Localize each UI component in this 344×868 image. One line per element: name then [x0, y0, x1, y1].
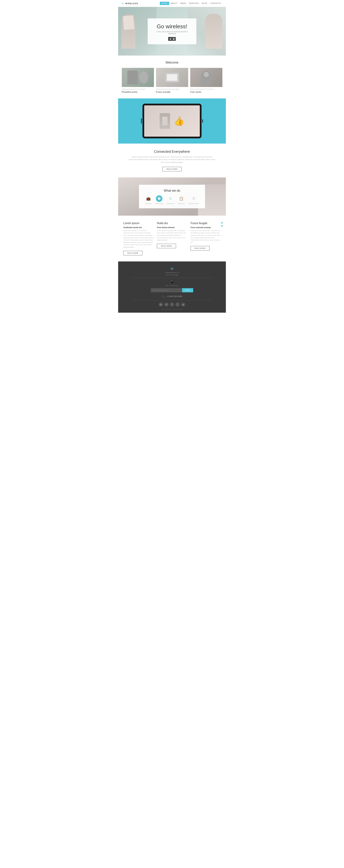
footer-email-section: ✉ contact@wireless.com Send us a message	[122, 267, 222, 276]
col2-text: Fusce euismod consequat ante. Lorem ipsu…	[157, 229, 187, 241]
card-meta-2: Nullam iaculis lacinia est. Proin dictum	[156, 88, 188, 90]
footer-phone-display: 📞 +1 800 559 6580	[122, 295, 222, 298]
tablet-button-right	[202, 119, 203, 123]
col1-read-more-button[interactable]: READ MORE	[123, 251, 142, 255]
tablet-frame: 👍	[142, 104, 202, 138]
welcome-card-1: Nullam iaculis lacinia est. Proin dictum…	[122, 68, 154, 93]
connected-text: Nullam iaculis lacinia est. Proin dictum…	[128, 156, 216, 164]
card-name-2: Fusce suscipit	[156, 91, 188, 93]
nav-services[interactable]: SERVICES	[188, 2, 200, 5]
col3-read-more-button[interactable]: READ MORE	[191, 246, 210, 250]
service-label-1: Nulla facilisi	[145, 203, 152, 204]
service-icon-clipboard: 📋	[178, 195, 185, 202]
col-fusce-feugiat: Fusce feugiat Fusce euismod consequ Maur…	[191, 222, 221, 255]
social-facebook[interactable]: f	[175, 302, 180, 307]
col1-subtitle: Vestibulum iaculis laci	[123, 226, 153, 228]
card-image-3	[190, 68, 222, 87]
welcome-title: Welcome	[122, 61, 222, 64]
card-image-2	[156, 68, 188, 87]
social-cloud[interactable]: ☁	[181, 302, 185, 307]
card-meta-1: Nullam iaculis lacinia est. Proin dictum	[122, 88, 154, 90]
col2-title: Nulla dui	[157, 222, 187, 225]
main-nav: HOME ABOUT NEWS SERVICES BLOG CONTACTS	[160, 2, 222, 5]
col1-title: Lorem ipsum	[123, 222, 153, 225]
what-we-do-card: What we do 💼 Nulla facilisi 🕐 Aenean iac…	[139, 185, 205, 208]
nav-news[interactable]: NEWS	[179, 2, 188, 5]
connected-read-more-button[interactable]: READ MORE	[163, 167, 181, 172]
footer-email-label: contact@wireless.com	[122, 272, 222, 273]
nav-home[interactable]: HOME	[160, 2, 169, 5]
nav-about[interactable]: ABOUT	[169, 2, 179, 5]
footer-email-sub: Send us a message	[122, 274, 222, 276]
nav-blog[interactable]: BLOG	[200, 2, 209, 5]
footer-phone-icon: 📱	[122, 280, 222, 284]
hero-prev-button[interactable]: ◀	[168, 37, 172, 41]
hero-title: Go wireless!	[154, 23, 190, 30]
footer-divider-1	[132, 278, 212, 278]
what-we-do-title: What we do	[144, 189, 200, 192]
service-item-4[interactable]: 📋 Faucibus orci	[178, 195, 185, 204]
col-lorem-ipsum: Lorem ipsum Vestibulum iaculis laci Null…	[123, 222, 153, 255]
service-icon-briefcase: 💼	[145, 195, 152, 202]
tablet-screen: 👍	[144, 105, 200, 136]
logo-text: WIRELESS	[125, 2, 138, 4]
col2-read-more-button[interactable]: READ MORE	[157, 244, 176, 248]
footer-phone-sub: Mon - Fri, 8:00-22:00	[122, 285, 222, 286]
footer: ✉ contact@wireless.com Send us a message…	[118, 261, 226, 313]
hero-arrows: ◀ ▶	[154, 37, 190, 41]
card-name-3: Cum sociis	[190, 91, 222, 93]
service-item-1[interactable]: 💼 Nulla facilisi	[145, 195, 152, 204]
tablet-section: 👍	[118, 98, 226, 144]
connected-title: Connected Everywhere	[128, 150, 216, 154]
footer-email-input[interactable]	[151, 288, 182, 292]
card-image-1	[122, 68, 154, 87]
service-label-5: Et tristique posuere	[189, 203, 199, 204]
welcome-section: Welcome Nullam iaculis lacinia est. Proi…	[118, 56, 226, 98]
logo-icon: ▼	[122, 2, 124, 5]
hero-subtitle: Lorem ipsum dolor sit amet consectetuer …	[154, 31, 190, 35]
col3-text: Mauris accumsan nulla vel diam. Sed in l…	[191, 229, 221, 244]
service-icon-gear: ⚙	[167, 195, 174, 202]
col1-text: Nullam iaculis lacinia est. Proin dictum…	[123, 229, 153, 248]
card-name-1: Phasellus porta	[122, 91, 154, 93]
connected-section: Connected Everywhere Nullam iaculis laci…	[118, 144, 226, 178]
welcome-cards: Nullam iaculis lacinia est. Proin dictum…	[122, 68, 222, 93]
welcome-card-3: Nullam iaculis lacinia est. Proin dictum…	[190, 68, 222, 93]
service-item-3[interactable]: ⚙ Laoreet ipsum	[167, 195, 174, 204]
footer-subscribe: submit	[122, 288, 222, 292]
col2-subtitle: Proin dictum element	[157, 226, 187, 228]
hero-card: Go wireless! Lorem ipsum dolor sit amet …	[148, 19, 196, 44]
nav-contacts[interactable]: CONTACTS	[209, 2, 222, 5]
what-we-do-section: What we do 💼 Nulla facilisi 🕐 Aenean iac…	[118, 178, 226, 216]
tablet-content: 👍	[158, 112, 186, 130]
social-linkedin[interactable]: in	[164, 302, 169, 307]
service-item-2[interactable]: 🕐 Aenean iaculis	[155, 195, 163, 204]
footer-phone-handset-icon: 📞	[162, 295, 165, 298]
logo: ▼ WIRELESS	[122, 2, 138, 5]
services-icons: 💼 Nulla facilisi 🕐 Aenean iaculis ⚙ Laor…	[144, 195, 200, 204]
service-icon-monitor: 🖥	[191, 195, 197, 202]
hero-section: Go wireless! Lorem ipsum dolor sit amet …	[118, 7, 226, 56]
footer-social: g+ in t f ☁	[122, 302, 222, 307]
service-label-3: Laoreet ipsum	[167, 203, 174, 204]
social-twitter[interactable]: t	[170, 302, 174, 307]
tablet-button-left	[141, 118, 142, 124]
col3-title: Fusce feugiat	[191, 222, 221, 225]
footer-submit-button[interactable]: submit	[182, 288, 193, 292]
hero-next-button[interactable]: ▶	[172, 37, 176, 41]
service-label-4: Faucibus orci	[178, 203, 185, 204]
footer-phone-section: 📱 Mon - Fri, 8:00-22:00	[122, 280, 222, 286]
thumbs-up-icon: 👍	[174, 116, 184, 126]
footer-phone-number: +1 800 559 6580	[167, 296, 182, 298]
footer-email-icon: ✉	[122, 267, 222, 271]
col3-subtitle: Fusce euismod consequ	[191, 226, 221, 228]
service-item-5[interactable]: 🖥 Et tristique posuere	[189, 195, 199, 204]
welcome-card-2: Nullam iaculis lacinia est. Proin dictum…	[156, 68, 188, 93]
social-google-plus[interactable]: g+	[159, 302, 163, 307]
footer-copyright: WIRELESS © 2014 | PRIVACY POLICY	[122, 309, 222, 310]
scroll-top-button[interactable]: ▲▲	[220, 221, 223, 227]
three-col-wrapper: Lorem ipsum Vestibulum iaculis laci Null…	[118, 216, 226, 261]
col-nulla-dui: Nulla dui Proin dictum element Fusce eui…	[157, 222, 187, 255]
service-label-2: Aenean iaculis	[155, 203, 163, 204]
three-col-section: Lorem ipsum Vestibulum iaculis laci Null…	[118, 216, 226, 261]
